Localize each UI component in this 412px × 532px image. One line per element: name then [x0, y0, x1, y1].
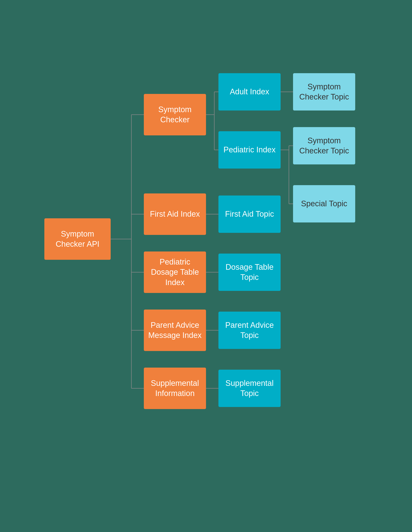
special-topic-node: Special Topic — [293, 185, 355, 222]
parent-advice-topic-node: Parent Advice Topic — [218, 312, 281, 349]
pediatric-index-node: Pediatric Index — [218, 131, 281, 169]
parent-advice-message-index-node: Parent Advice Message Index — [144, 310, 206, 351]
symptom-checker-node: Symptom Checker — [144, 94, 206, 135]
pediatric-dosage-table-index-node: Pediatric Dosage Table Index — [144, 251, 206, 293]
symptom-checker-topic-2-node: Symptom Checker Topic — [293, 127, 355, 164]
first-aid-index-node: First Aid Index — [144, 193, 206, 235]
diagram-container: Symptom Checker API Symptom Checker Firs… — [40, 48, 372, 504]
supplemental-information-node: Supplemental Information — [144, 368, 206, 409]
root-node: Symptom Checker API — [44, 218, 111, 260]
dosage-table-topic-node: Dosage Table Topic — [218, 254, 281, 291]
connector-lines — [40, 48, 372, 504]
first-aid-topic-node: First Aid Topic — [218, 196, 281, 233]
adult-index-node: Adult Index — [218, 73, 281, 111]
symptom-checker-topic-1-node: Symptom Checker Topic — [293, 73, 355, 111]
supplemental-topic-node: Supplemental Topic — [218, 370, 281, 407]
